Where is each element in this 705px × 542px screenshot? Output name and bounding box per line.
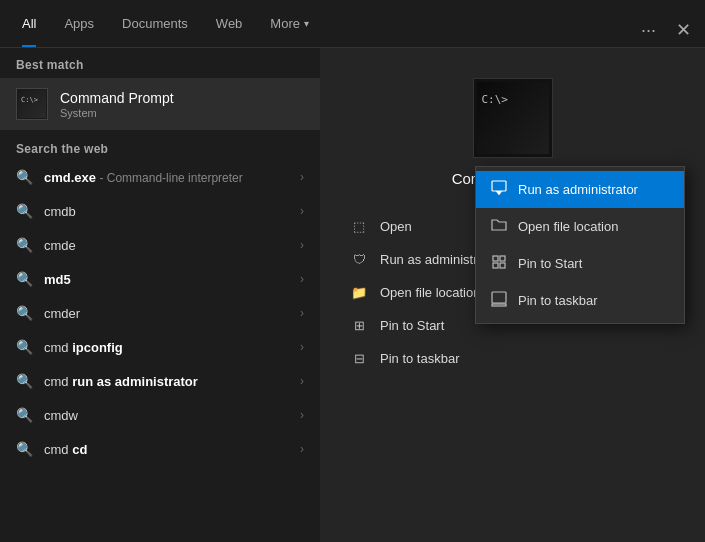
list-item[interactable]: 🔍 md5 ›	[0, 262, 320, 296]
list-item[interactable]: 🔍 cmde ›	[0, 228, 320, 262]
open-icon: ⬚	[350, 219, 368, 234]
search-icon: 🔍	[16, 203, 32, 219]
search-icon: 🔍	[16, 407, 32, 423]
svg-rect-2	[500, 256, 505, 261]
search-icon: 🔍	[16, 373, 32, 389]
context-menu: Run as administrator Open file location	[475, 166, 685, 324]
action-pin-taskbar[interactable]: ⊟ Pin to taskbar	[340, 343, 685, 374]
search-icon: 🔍	[16, 441, 32, 457]
ctx-pin-taskbar[interactable]: Pin to taskbar	[476, 282, 684, 319]
result-item-left: 🔍 md5	[16, 271, 71, 287]
result-name: cmd run as administrator	[44, 374, 198, 389]
cmd-preview-image	[477, 82, 549, 154]
action-label: Pin to Start	[380, 318, 444, 333]
nav-actions: ··· ✕	[635, 17, 697, 43]
ctx-label: Open file location	[518, 219, 618, 234]
tab-more[interactable]: More ▾	[256, 0, 323, 47]
top-nav: All Apps Documents Web More ▾ ··· ✕	[0, 0, 705, 48]
result-name: cmde	[44, 238, 76, 253]
search-icon: 🔍	[16, 339, 32, 355]
best-match-subtitle: System	[60, 107, 174, 119]
result-name: cmd cd	[44, 442, 87, 457]
result-name: cmd.exe - Command-line interpreter	[44, 170, 243, 185]
result-name: cmdb	[44, 204, 76, 219]
cmd-icon-image	[18, 90, 46, 118]
close-button[interactable]: ✕	[670, 17, 697, 43]
chevron-right-icon: ›	[300, 204, 304, 218]
best-match-item[interactable]: Command Prompt System	[0, 78, 320, 130]
nav-tabs: All Apps Documents Web More ▾	[8, 0, 635, 47]
chevron-right-icon: ›	[300, 408, 304, 422]
ctx-pin-start-icon	[490, 254, 508, 273]
ctx-label: Pin to taskbar	[518, 293, 598, 308]
ctx-run-as-admin[interactable]: Run as administrator	[476, 171, 684, 208]
app-icon	[16, 88, 48, 120]
result-name: cmder	[44, 306, 80, 321]
list-item[interactable]: 🔍 cmd cd ›	[0, 432, 320, 466]
chevron-right-icon: ›	[300, 340, 304, 354]
result-item-left: 🔍 cmde	[16, 237, 76, 253]
chevron-right-icon: ›	[300, 306, 304, 320]
main-content: Best match Command Prompt System Search …	[0, 48, 705, 542]
list-item[interactable]: 🔍 cmdw ›	[0, 398, 320, 432]
svg-rect-1	[493, 256, 498, 261]
chevron-right-icon: ›	[300, 442, 304, 456]
result-name: cmdw	[44, 408, 78, 423]
result-item-left: 🔍 cmd run as administrator	[16, 373, 198, 389]
result-item-left: 🔍 cmd ipconfig	[16, 339, 123, 355]
tab-web[interactable]: Web	[202, 0, 257, 47]
result-desc: - Command-line interpreter	[96, 171, 243, 185]
result-name: cmd ipconfig	[44, 340, 123, 355]
search-icon: 🔍	[16, 271, 32, 287]
left-panel: Best match Command Prompt System Search …	[0, 48, 320, 542]
list-item[interactable]: 🔍 cmdb ›	[0, 194, 320, 228]
best-match-name: Command Prompt	[60, 90, 174, 106]
admin-icon: 🛡	[350, 252, 368, 267]
tab-documents[interactable]: Documents	[108, 0, 202, 47]
svg-rect-3	[493, 263, 498, 268]
search-icon: 🔍	[16, 305, 32, 321]
folder-icon: 📁	[350, 285, 368, 300]
tab-apps[interactable]: Apps	[50, 0, 108, 47]
result-item-left: 🔍 cmdw	[16, 407, 78, 423]
pin-taskbar-icon: ⊟	[350, 351, 368, 366]
search-icon: 🔍	[16, 237, 32, 253]
action-label: Open	[380, 219, 412, 234]
ctx-open-location[interactable]: Open file location	[476, 208, 684, 245]
svg-rect-0	[492, 181, 506, 191]
chevron-right-icon: ›	[300, 238, 304, 252]
svg-rect-6	[492, 304, 506, 306]
svg-rect-4	[500, 263, 505, 268]
ctx-label: Run as administrator	[518, 182, 638, 197]
action-label: Pin to taskbar	[380, 351, 460, 366]
list-item[interactable]: 🔍 cmd ipconfig ›	[0, 330, 320, 364]
ctx-admin-icon	[490, 180, 508, 199]
action-label: Open file location	[380, 285, 480, 300]
result-item-left: 🔍 cmdb	[16, 203, 76, 219]
best-match-text: Command Prompt System	[60, 90, 174, 119]
app-preview-icon	[473, 78, 553, 158]
ellipsis-button[interactable]: ···	[635, 17, 662, 43]
list-item[interactable]: 🔍 cmd.exe - Command-line interpreter ›	[0, 160, 320, 194]
ctx-folder-icon	[490, 217, 508, 236]
ctx-pin-start[interactable]: Pin to Start	[476, 245, 684, 282]
start-menu: All Apps Documents Web More ▾ ··· ✕ Best…	[0, 0, 705, 542]
chevron-right-icon: ›	[300, 374, 304, 388]
ctx-pin-taskbar-icon	[490, 291, 508, 310]
chevron-down-icon: ▾	[304, 18, 309, 29]
search-web-label: Search the web	[0, 132, 320, 160]
result-item-left: 🔍 cmder	[16, 305, 80, 321]
best-match-label: Best match	[0, 48, 320, 76]
list-item[interactable]: 🔍 cmd run as administrator ›	[0, 364, 320, 398]
right-panel: Command Prompt ⬚ Open 🛡 Run as administr…	[320, 48, 705, 542]
list-item[interactable]: 🔍 cmder ›	[0, 296, 320, 330]
tab-all[interactable]: All	[8, 0, 50, 47]
chevron-right-icon: ›	[300, 272, 304, 286]
result-name: md5	[44, 272, 71, 287]
chevron-right-icon: ›	[300, 170, 304, 184]
pin-start-icon: ⊞	[350, 318, 368, 333]
ctx-label: Pin to Start	[518, 256, 582, 271]
result-item-left: 🔍 cmd.exe - Command-line interpreter	[16, 169, 243, 185]
result-item-left: 🔍 cmd cd	[16, 441, 87, 457]
search-icon: 🔍	[16, 169, 32, 185]
